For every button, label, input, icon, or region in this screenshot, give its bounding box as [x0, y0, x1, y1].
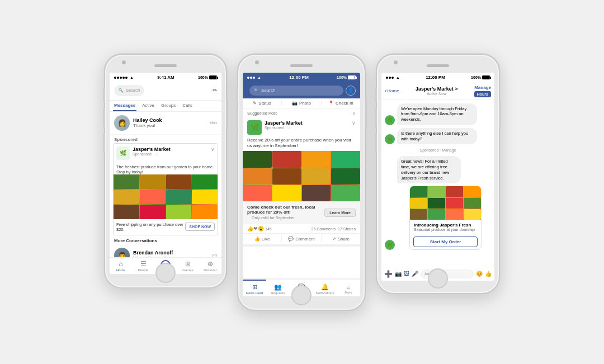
home-button-3[interactable] — [428, 268, 448, 289]
like-label: Like — [262, 237, 270, 242]
nav-home[interactable]: ⌂ Home — [110, 258, 132, 274]
pv-cell — [243, 168, 272, 185]
nav-people-label: People — [138, 268, 149, 272]
nav-people[interactable]: ☰ People — [132, 258, 154, 274]
ad-dismiss-icon[interactable]: ∨ — [211, 146, 215, 152]
comment-button[interactable]: 💬 Comment — [282, 235, 321, 243]
nav-games[interactable]: ⊞ Games — [177, 258, 199, 274]
notifications-label: Notifications — [316, 291, 334, 295]
battery-label: 100% — [198, 75, 208, 79]
emoji-icon[interactable]: 😊 — [476, 271, 483, 277]
fb-search-bar[interactable]: 🔍 Search — [249, 86, 343, 96]
nav-discover[interactable]: ⊕ Discover — [199, 258, 221, 274]
msg-bubble-2: Is there anything else I can help you wi… — [397, 128, 477, 145]
fb-nav-requests[interactable]: 👥 Requests — [266, 280, 290, 296]
hours-badge[interactable]: Hours — [474, 91, 491, 97]
image-icon[interactable]: 🖼 — [404, 271, 409, 277]
compose-icon[interactable]: ✏ — [213, 87, 217, 93]
share-button[interactable]: ↗ Share — [322, 235, 360, 243]
post-options-icon[interactable]: ∨ — [352, 120, 356, 126]
promo-card-body: Introducing Jasper's Fresh Seasonal prod… — [410, 220, 481, 234]
reactions-count: 145 — [265, 227, 272, 231]
mic-icon[interactable]: 🎤 — [412, 271, 418, 277]
reactions-right: 35 Comments 17 Shares — [312, 227, 356, 231]
comment-icon: 💬 — [288, 237, 294, 242]
status-right-fb: 100% — [337, 75, 356, 79]
tab-active[interactable]: Active — [141, 101, 155, 111]
ad-meta: Sponsored · ♢ — [133, 152, 171, 157]
volume-up-button — [103, 108, 105, 127]
signal-indicator — [114, 77, 128, 79]
pv-cell — [166, 190, 192, 204]
back-chevron-icon: ‹ — [385, 88, 386, 94]
checkin-action[interactable]: 📍 Check In — [322, 101, 360, 106]
camera-icon[interactable]: 📷 — [395, 271, 402, 277]
phone-top-bar-3 — [377, 55, 499, 73]
fb-nav-notifications[interactable]: 🔔 Notifications — [313, 280, 337, 296]
tab-groups[interactable]: Groups — [160, 101, 177, 111]
volume-down-button — [103, 133, 105, 153]
pv-cell — [464, 209, 481, 220]
wifi-icon: ▲ — [130, 75, 134, 79]
pv-cell — [464, 186, 481, 197]
suggested-post-label: Suggested Post ∨ — [243, 108, 360, 117]
signal-dot — [122, 77, 125, 79]
shop-now-button[interactable]: SHOP NOW — [185, 223, 215, 231]
checkin-icon: 📍 — [328, 101, 334, 106]
pv-cell — [446, 209, 463, 220]
tab-calls[interactable]: Calls — [181, 101, 194, 111]
home-button[interactable] — [155, 263, 176, 283]
add-icon[interactable]: ➕ — [384, 270, 393, 278]
phone-speaker — [154, 64, 177, 67]
ad-card-jasper[interactable]: 🌿 Jasper's Market Sponsored · ♢ ∨ The fr… — [113, 143, 218, 235]
back-button[interactable]: ‹ Home — [385, 88, 399, 94]
start-order-button[interactable]: Start My Order — [413, 237, 478, 247]
promo-card-title: Introducing Jasper's Fresh — [414, 223, 477, 228]
pv-cell — [140, 190, 166, 204]
status-action[interactable]: ✎ Status — [243, 101, 282, 106]
tab-messages[interactable]: Messages — [113, 101, 136, 111]
learn-more-button[interactable]: Learn More — [324, 209, 356, 217]
comments-count: 35 Comments — [312, 227, 336, 231]
conversation-hailey[interactable]: 👩 Hailey Cook Thank you! Mon — [110, 112, 221, 135]
manage-button[interactable]: Manage — [474, 85, 491, 90]
photo-action[interactable]: 📷 Photo — [282, 101, 321, 106]
pv-cell — [114, 190, 139, 204]
phone-top-bar-2 — [238, 55, 365, 73]
pv-cell — [243, 151, 272, 167]
promo-card[interactable]: Introducing Jasper's Fresh Seasonal prod… — [409, 186, 482, 250]
post-cta-text: Come check out our fresh, local produce … — [247, 205, 324, 215]
requests-icon: 👥 — [274, 283, 282, 291]
pv-cell — [192, 205, 218, 219]
volume-up-button-3 — [375, 108, 377, 127]
camera-dot-3 — [394, 60, 398, 64]
phone-screen-facebook: ▲ 12:00 PM 100% 🔍 Search 👤 ✎ — [243, 73, 360, 296]
fb-user-icon[interactable]: 👤 — [346, 86, 356, 96]
like-icon: 👍 — [254, 237, 260, 242]
search-bar[interactable]: 🔍 Search — [114, 85, 144, 96]
phone-chat: ▲ 12:00 PM 100% ‹ Home Jasper's Market > — [376, 54, 500, 294]
pv-cell — [331, 185, 360, 201]
pv-cell — [302, 185, 331, 201]
pv-cell — [192, 174, 218, 189]
fb-nav-more[interactable]: ≡ More — [337, 280, 360, 296]
volume-down-button-3 — [375, 133, 377, 153]
games-icon: ⊞ — [185, 260, 191, 268]
signal-dot — [117, 77, 119, 79]
post-actions: 👍 Like 💬 Comment ↗ Share — [243, 234, 360, 244]
share-icon: ↗ — [332, 237, 336, 242]
avatar-hailey: 👩 — [114, 115, 130, 131]
fb-nav-newsfeed[interactable]: ⊞ News Feed — [243, 280, 266, 296]
chat-title: Jasper's Market > — [416, 86, 457, 92]
more-conversations-label: More Conversations — [110, 235, 221, 244]
like-button[interactable]: 👍 Like — [243, 235, 282, 243]
msg-row-promo: 🌿 Great news! For a limited time, we are… — [385, 156, 491, 250]
home-button-2[interactable] — [291, 285, 312, 305]
conv-name-hailey: Hailey Cook — [133, 117, 206, 123]
phones-container: ▲ 9:41 AM 100% 🔍 Search ✏ — [104, 54, 500, 311]
back-label: Home — [387, 88, 399, 93]
header-row: 🔍 Search ✏ — [114, 85, 217, 96]
conv-info-hailey: Hailey Cook Thank you! — [133, 117, 206, 128]
thumbsup-icon[interactable]: 👍 — [485, 271, 492, 277]
ad-logo: 🌿 — [116, 146, 130, 160]
